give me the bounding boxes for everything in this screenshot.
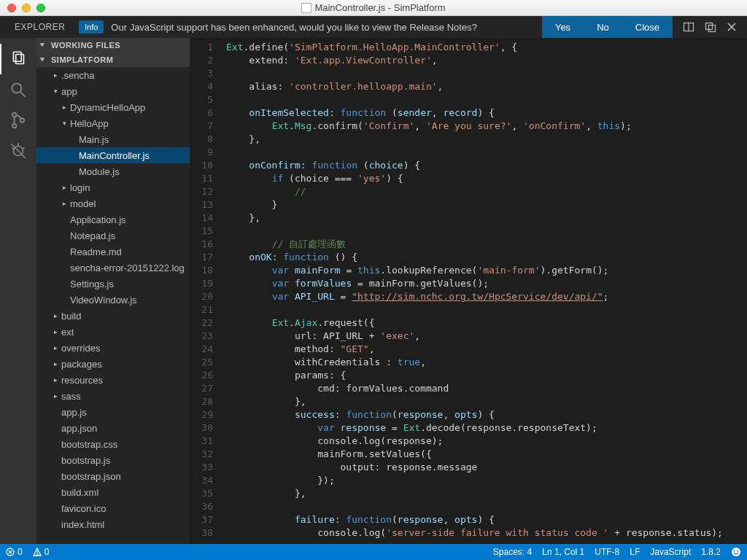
twisty-icon: ▸	[51, 328, 60, 335]
info-no-button[interactable]: No	[584, 16, 622, 38]
twisty-icon: ▸	[51, 312, 60, 319]
tree-item[interactable]: ▸build	[36, 308, 190, 324]
debug-activity-icon[interactable]	[0, 136, 36, 166]
svg-point-24	[734, 551, 735, 552]
tree-item-label: app.json	[60, 423, 97, 434]
tree-item[interactable]: bootstrap.js	[36, 452, 190, 468]
split-editor-icon[interactable]	[683, 21, 694, 33]
tree-item[interactable]: bootstrap.css	[36, 436, 190, 452]
tree-item[interactable]: ▸DynamicHelloApp	[36, 99, 190, 115]
tree-item-label: Readme.md	[69, 246, 122, 257]
tree-item[interactable]: Application.js	[36, 211, 190, 228]
tree-item[interactable]: ▸.sencha	[36, 67, 190, 83]
tree-item-label: model	[69, 198, 96, 209]
status-position[interactable]: Ln 1, Col 1	[542, 547, 584, 557]
activity-bar	[0, 38, 36, 544]
tree-item-label: Module.js	[77, 166, 120, 177]
twisty-icon: ▾	[51, 88, 60, 95]
tree-item[interactable]: Readme.md	[36, 244, 190, 260]
editor-code-area[interactable]: Ext.define('SimPlatform.HelloApp.MainCon…	[226, 38, 747, 544]
tree-item[interactable]: Settings.js	[36, 276, 190, 292]
tree-item[interactable]: ▸overrides	[36, 340, 190, 356]
tree-item-label: overrides	[60, 343, 100, 354]
working-files-header[interactable]: WORKING FILES	[36, 38, 190, 52]
explorer-activity-icon[interactable]	[0, 44, 36, 74]
svg-point-10	[12, 113, 16, 117]
svg-point-23	[732, 548, 740, 556]
status-errors[interactable]: 0	[6, 547, 23, 557]
tree-item[interactable]: ▸login	[36, 179, 190, 195]
svg-point-12	[20, 118, 24, 122]
status-version[interactable]: 1.8.2	[701, 547, 721, 557]
git-activity-icon[interactable]	[0, 105, 36, 136]
tree-item[interactable]: ▾app	[36, 83, 190, 99]
info-yes-button[interactable]: Yes	[542, 16, 584, 38]
status-bar: 0 0 Spaces: 4 Ln 1, Col 1 UTF-8 LF JavaS…	[0, 544, 747, 560]
close-panel-icon[interactable]	[727, 22, 737, 32]
tree-item[interactable]: ▸resources	[36, 372, 190, 388]
tree-item[interactable]: bootstrap.json	[36, 468, 190, 484]
tree-item[interactable]: ▸packages	[36, 356, 190, 372]
tree-item[interactable]: ▸ext	[36, 324, 190, 340]
tree-item-label: HelloApp	[69, 118, 109, 129]
window-maximize-button[interactable]	[36, 4, 45, 12]
twisty-icon: ▸	[51, 71, 60, 79]
tree-item[interactable]: sencha-error-20151222.log	[36, 260, 190, 276]
editor[interactable]: 1234567891011121314151617181920212223242…	[190, 38, 747, 544]
tree-item[interactable]: ▸sass	[36, 388, 190, 404]
top-bar: EXPLORER Info Our JavaScript support has…	[0, 16, 747, 38]
project-header[interactable]: SIMPLATFORM	[36, 52, 190, 67]
status-encoding[interactable]: UTF-8	[595, 547, 619, 557]
svg-rect-6	[13, 52, 21, 61]
explorer-panel-title: EXPLORER	[0, 22, 71, 32]
twisty-icon: ▸	[51, 376, 60, 384]
status-language[interactable]: JavaScript	[650, 547, 691, 557]
tree-item[interactable]: Module.js	[36, 163, 190, 179]
window-minimize-button[interactable]	[22, 4, 31, 12]
tree-item-label: favicon.ico	[60, 503, 106, 514]
twisty-icon: ▸	[60, 104, 69, 111]
twisty-icon: ▸	[51, 344, 60, 351]
tree-item[interactable]: Notepad.js	[36, 228, 190, 244]
tree-item-label: Application.js	[69, 214, 126, 225]
status-warnings[interactable]: 0	[33, 547, 50, 557]
info-badge: Info	[79, 20, 104, 34]
tree-item[interactable]: app.json	[36, 420, 190, 436]
tree-item[interactable]: app.js	[36, 404, 190, 420]
twisty-icon: ▾	[60, 120, 69, 127]
search-activity-icon[interactable]	[0, 74, 36, 105]
tree-item-label: app	[60, 86, 77, 97]
twisty-icon: ▸	[51, 360, 60, 368]
tree-item-label: Notepad.js	[69, 230, 115, 241]
tree-item[interactable]: Main.js	[36, 131, 190, 147]
twisty-icon: ▸	[51, 392, 60, 400]
status-feedback-icon[interactable]	[731, 547, 741, 557]
editor-gutter: 1234567891011121314151617181920212223242…	[190, 38, 226, 544]
tree-item[interactable]: build.xml	[36, 484, 190, 500]
window-close-button[interactable]	[7, 4, 16, 12]
tree-item-label: build.xml	[60, 487, 98, 498]
tree-item-label: MainController.js	[77, 150, 150, 161]
tree-item[interactable]: VideoWindow.js	[36, 292, 190, 308]
tree-item[interactable]: index.html	[36, 516, 190, 532]
tree-item-label: build	[60, 311, 81, 322]
tree-item-label: index.html	[60, 519, 104, 530]
tree-item-label: DynamicHelloApp	[69, 102, 145, 113]
tree-item-label: ext	[60, 327, 74, 338]
status-spaces[interactable]: Spaces: 4	[493, 547, 532, 557]
tree-item[interactable]: favicon.ico	[36, 500, 190, 516]
tree-item-label: .sencha	[60, 70, 95, 81]
more-actions-icon[interactable]	[705, 21, 716, 33]
tree-item-label: Settings.js	[69, 279, 114, 289]
info-close-button[interactable]: Close	[622, 16, 673, 38]
tree-item[interactable]: ▾HelloApp	[36, 115, 190, 131]
status-eol[interactable]: LF	[630, 547, 640, 557]
tree-item-label: Main.js	[77, 134, 109, 145]
tree-item-label: app.js	[60, 407, 87, 418]
tree-item[interactable]: ▸model	[36, 195, 190, 211]
twisty-icon: ▸	[60, 200, 69, 207]
tree-item-label: sass	[60, 391, 81, 402]
svg-point-25	[738, 551, 739, 552]
titlebar-file-icon	[301, 3, 311, 13]
tree-item[interactable]: MainController.js	[36, 147, 190, 163]
